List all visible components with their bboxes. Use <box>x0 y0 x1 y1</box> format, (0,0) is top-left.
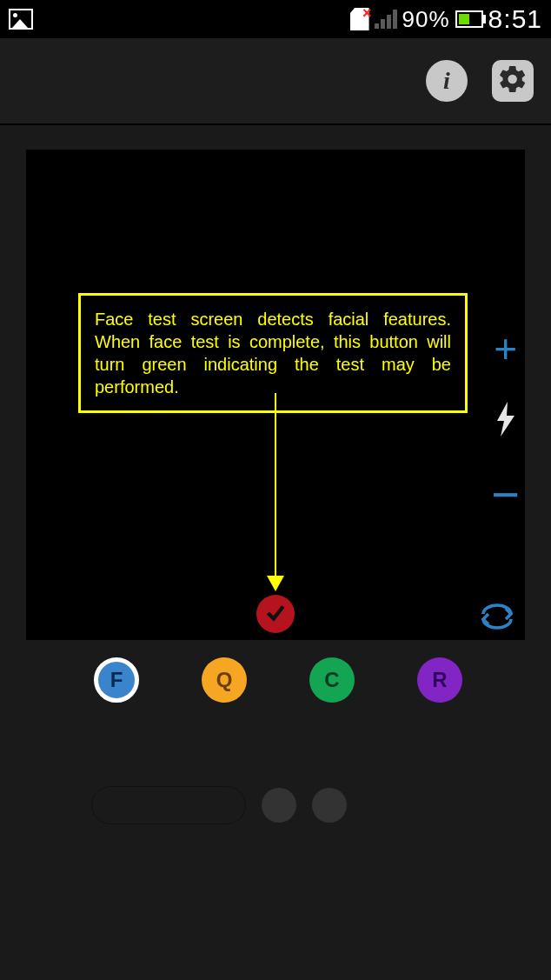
camera-side-controls: + − <box>491 337 520 509</box>
battery-icon <box>455 10 483 28</box>
signal-icon <box>375 10 397 29</box>
mode-selector-row: F Q C R <box>26 657 525 703</box>
settings-button[interactable] <box>492 60 534 102</box>
zoom-in-button[interactable]: + <box>494 337 517 362</box>
status-bar: × 90% 8:51 <box>0 0 551 38</box>
mode-r-button[interactable]: R <box>417 657 462 703</box>
camera-preview: Face test screen detects facial features… <box>26 150 525 640</box>
switch-camera-button[interactable] <box>478 603 516 633</box>
help-callout-text: Face test screen detects facial features… <box>95 310 451 397</box>
app-bar: i <box>0 38 551 125</box>
mode-r-label: R <box>432 668 447 692</box>
mode-q-button[interactable]: Q <box>202 657 247 703</box>
mode-face-label: F <box>110 668 123 692</box>
disabled-dot-2 <box>312 788 347 823</box>
gear-icon <box>497 63 528 98</box>
face-test-status-button[interactable] <box>256 595 295 633</box>
picture-notification-icon <box>9 9 33 30</box>
mode-c-label: C <box>324 668 339 692</box>
flash-button[interactable] <box>495 402 517 440</box>
disabled-action-pill <box>91 786 246 824</box>
svg-marker-0 <box>497 402 514 437</box>
info-icon: i <box>443 67 450 95</box>
mode-q-label: Q <box>216 668 233 692</box>
callout-arrow-line <box>275 393 276 577</box>
plus-icon: + <box>494 326 517 371</box>
mode-face-button[interactable]: F <box>94 657 139 703</box>
bottom-controls <box>0 786 551 824</box>
minus-icon: − <box>491 467 520 522</box>
mode-c-button[interactable]: C <box>309 657 355 703</box>
flash-icon <box>495 424 517 439</box>
sd-card-error-icon: × <box>350 8 369 30</box>
disabled-dot-1 <box>262 788 296 823</box>
clock-time: 8:51 <box>488 4 542 34</box>
checkmark-icon <box>264 601 287 627</box>
help-callout: Face test screen detects facial features… <box>78 293 468 413</box>
battery-percent: 90% <box>402 6 450 33</box>
callout-arrow-head-icon <box>267 576 284 591</box>
info-button[interactable]: i <box>426 60 468 102</box>
content-area: Face test screen detects facial features… <box>0 125 551 980</box>
refresh-icon <box>478 617 516 632</box>
zoom-out-button[interactable]: − <box>491 480 520 510</box>
